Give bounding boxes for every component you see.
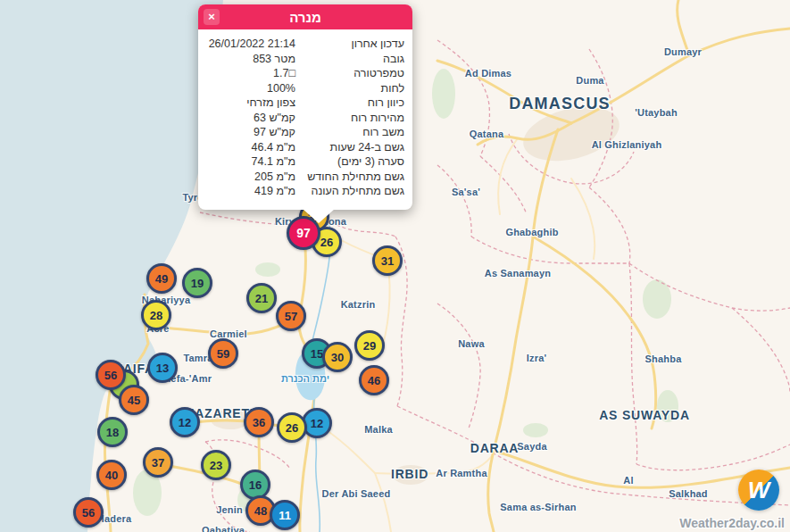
weather-station-marker[interactable]: 56 xyxy=(96,360,126,390)
weather2day-logo: W xyxy=(738,470,779,511)
popup-row-value: 419 מ"מ xyxy=(206,184,304,199)
popup-row-label: גשם ב-24 שעות xyxy=(304,140,404,155)
weather-station-marker[interactable]: 28 xyxy=(141,300,171,330)
weather-station-marker[interactable]: 46 xyxy=(359,365,389,395)
popup-row: 1.7□טמפרטורה xyxy=(206,66,404,81)
popup-row: 100%לחות xyxy=(206,81,404,96)
weather-station-marker[interactable]: 45 xyxy=(119,385,149,415)
logo-letter: W xyxy=(748,478,770,502)
weather-map-app: Dumayr'UtaybahAd DimasDumaDAMASCUSQatana… xyxy=(0,0,790,532)
popup-row-value: 26/01/2022 21:14 xyxy=(206,37,304,52)
popup-row: צפון מזרחיכיוון רוח xyxy=(206,96,404,111)
popup-row: 205 מ"מגשם מתחילת החודש xyxy=(206,170,404,185)
mediterranean-sea xyxy=(0,0,223,532)
weather-station-marker[interactable]: 13 xyxy=(147,353,178,383)
weather-station-marker[interactable]: 23 xyxy=(201,450,231,480)
popup-row: 853 מטרגובה xyxy=(206,52,404,67)
station-popup: × מנרה 26/01/2022 21:14עדכון אחרון853 מט… xyxy=(198,4,412,210)
popup-row: 26/01/2022 21:14עדכון אחרון xyxy=(206,37,404,52)
weather-station-marker[interactable]: 59 xyxy=(208,338,238,369)
weather-station-marker[interactable]: 21 xyxy=(246,283,277,313)
weather-station-marker[interactable]: 12 xyxy=(170,407,200,437)
popup-row-value: 100% xyxy=(206,81,304,96)
weather-station-marker[interactable]: 37 xyxy=(143,447,173,478)
popup-row-value: 46.4 מ"מ xyxy=(206,140,304,155)
weather-station-marker[interactable]: 26 xyxy=(277,412,307,443)
weather-station-marker[interactable]: 36 xyxy=(244,407,274,437)
popup-row-value: 1.7□ xyxy=(206,66,304,81)
weather-station-marker[interactable]: 19 xyxy=(182,268,212,298)
popup-row-value: 74.1 מ"מ xyxy=(206,154,304,170)
popup-body: 26/01/2022 21:14עדכון אחרון853 מטרגובה1.… xyxy=(198,29,412,210)
popup-row-value: צפון מזרחי xyxy=(206,96,304,111)
popup-row-value: 205 מ"מ xyxy=(206,170,304,185)
popup-row-label: לחות xyxy=(304,81,404,96)
popup-row: 74.1 מ"מסערה (3 ימים) xyxy=(206,154,404,170)
weather-station-marker[interactable]: 18 xyxy=(97,417,128,447)
popup-row: 46.4 מ"מגשם ב-24 שעות xyxy=(206,140,404,155)
popup-header: × מנרה xyxy=(198,4,412,29)
popup-row-label: גשם מתחילת העונה xyxy=(304,184,404,199)
weather-station-marker[interactable]: 30 xyxy=(322,342,353,372)
popup-row: 63 קמ"שמהירות רוח xyxy=(206,111,404,126)
weather-station-marker[interactable]: 57 xyxy=(276,301,306,331)
weather-station-marker[interactable]: 11 xyxy=(270,500,300,530)
popup-row-value: 853 מטר xyxy=(206,52,304,67)
popup-row-label: גובה xyxy=(304,52,404,67)
weather-station-marker[interactable]: 40 xyxy=(96,460,127,490)
popup-row: 97 קמ"שמשב רוח xyxy=(206,125,404,140)
close-icon[interactable]: × xyxy=(204,9,220,25)
popup-tail xyxy=(303,209,335,223)
watermark-text: Weather2day.co.il xyxy=(679,516,785,530)
popup-row-label: כיוון רוח xyxy=(304,96,404,111)
popup-row-label: מהירות רוח xyxy=(304,111,404,126)
popup-row-label: משב רוח xyxy=(304,125,404,140)
popup-title: מנרה xyxy=(289,10,321,25)
popup-row: 419 מ"מגשם מתחילת העונה xyxy=(206,184,404,199)
popup-row-label: גשם מתחילת החודש xyxy=(304,170,404,185)
popup-row-label: עדכון אחרון xyxy=(304,37,404,52)
popup-row-value: 97 קמ"ש xyxy=(206,125,304,140)
weather-station-marker[interactable]: 49 xyxy=(146,263,177,294)
weather-station-marker[interactable]: 31 xyxy=(372,245,403,276)
weather-station-marker[interactable]: 56 xyxy=(73,497,104,528)
weather-station-marker[interactable]: 29 xyxy=(354,330,385,361)
popup-row-value: 63 קמ"ש xyxy=(206,111,304,126)
popup-row-label: טמפרטורה xyxy=(304,66,404,81)
popup-row-label: סערה (3 ימים) xyxy=(304,154,404,170)
